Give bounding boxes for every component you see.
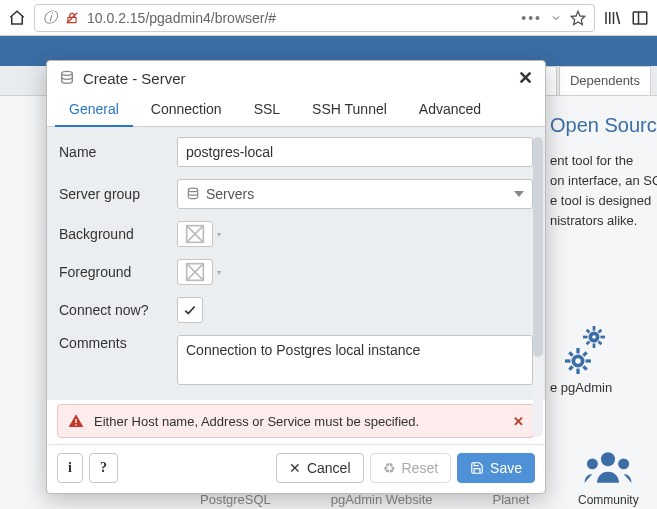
- recycle-icon: ♻: [383, 460, 396, 476]
- svg-point-31: [619, 458, 630, 469]
- label-comments: Comments: [59, 335, 167, 352]
- svg-point-30: [587, 458, 598, 469]
- svg-line-24: [569, 352, 572, 355]
- bg-link[interactable]: PostgreSQL: [200, 492, 271, 507]
- bg-heading: Open Source: [550, 114, 657, 137]
- reset-button[interactable]: ♻ Reset: [370, 453, 452, 483]
- name-input[interactable]: [177, 137, 533, 167]
- warning-icon: [68, 413, 84, 429]
- error-alert: Either Host name, Address or Service mus…: [57, 404, 535, 438]
- bg-para-line: nistrators alike.: [550, 211, 657, 231]
- dialog-body: Name Server group Servers: [47, 127, 545, 400]
- bookmark-star-icon[interactable]: [570, 10, 586, 26]
- alert-text: Either Host name, Address or Service mus…: [94, 414, 503, 429]
- bg-para-line: ent tool for the: [550, 151, 657, 171]
- svg-line-27: [583, 352, 586, 355]
- chevron-down-icon: ▾: [217, 268, 221, 277]
- bg-para-line: on interface, an SQ: [550, 171, 657, 191]
- tab-ssh-tunnel[interactable]: SSH Tunnel: [298, 93, 401, 126]
- server-group-value: Servers: [206, 186, 254, 202]
- svg-line-16: [587, 342, 590, 345]
- dialog-footer: i ? ✕ Cancel ♻ Reset Save: [47, 444, 545, 493]
- create-server-dialog: Create - Server ✕ General Connection SSL…: [46, 60, 546, 494]
- dialog-tabs: General Connection SSL SSH Tunnel Advanc…: [47, 93, 545, 127]
- tab-connection[interactable]: Connection: [137, 93, 236, 126]
- url-bar[interactable]: ⓘ 10.0.2.15/pgadmin4/browser/# •••: [34, 4, 595, 32]
- help-button[interactable]: ?: [89, 453, 118, 483]
- page-actions-icon[interactable]: •••: [521, 10, 542, 26]
- comments-textarea[interactable]: [177, 335, 533, 385]
- url-text: 10.0.2.15/pgadmin4/browser/#: [87, 10, 513, 26]
- svg-line-26: [569, 366, 572, 369]
- bg-tab-dependents[interactable]: Dependents: [559, 66, 651, 95]
- dialog-close-button[interactable]: ✕: [518, 69, 533, 87]
- dialog-title: Create - Server: [83, 70, 510, 87]
- dropdown-icon[interactable]: [550, 12, 562, 24]
- svg-point-32: [62, 71, 73, 75]
- bg-link[interactable]: pgAdmin Website: [331, 492, 433, 507]
- connect-now-checkbox[interactable]: [177, 297, 203, 323]
- svg-line-25: [583, 366, 586, 369]
- svg-point-33: [188, 188, 197, 192]
- label-foreground: Foreground: [59, 264, 167, 281]
- browser-extra-icons: [603, 9, 649, 27]
- insecure-icon: [65, 11, 79, 25]
- gear-cluster-icon: [557, 326, 605, 374]
- server-icon: [59, 70, 75, 86]
- tab-general[interactable]: General: [55, 93, 133, 127]
- community-icon: [583, 445, 633, 489]
- svg-line-14: [587, 330, 590, 333]
- home-icon[interactable]: [8, 9, 26, 27]
- svg-point-18: [592, 335, 596, 339]
- label-background: Background: [59, 226, 167, 243]
- info-button[interactable]: i: [57, 453, 83, 483]
- svg-point-29: [601, 452, 615, 466]
- svg-rect-7: [633, 12, 647, 24]
- sidebar-icon[interactable]: [631, 9, 649, 27]
- svg-point-28: [575, 358, 580, 363]
- label-name: Name: [59, 144, 167, 161]
- tab-advanced[interactable]: Advanced: [405, 93, 495, 126]
- library-icon[interactable]: [603, 9, 621, 27]
- svg-line-6: [617, 12, 620, 24]
- background-color-picker[interactable]: [177, 221, 213, 247]
- servers-group-icon: [186, 187, 200, 201]
- save-button[interactable]: Save: [457, 453, 535, 483]
- foreground-color-picker[interactable]: [177, 259, 213, 285]
- server-group-select[interactable]: Servers: [177, 179, 533, 209]
- bg-para-line: e tool is designed: [550, 191, 657, 211]
- svg-line-15: [599, 342, 602, 345]
- info-icon: ⓘ: [43, 9, 57, 27]
- svg-line-17: [599, 330, 602, 333]
- chevron-down-icon: [514, 191, 524, 197]
- tab-ssl[interactable]: SSL: [240, 93, 294, 126]
- browser-toolbar: ⓘ 10.0.2.15/pgadmin4/browser/# •••: [0, 0, 657, 36]
- svg-rect-40: [75, 419, 76, 423]
- chevron-down-icon: ▾: [217, 230, 221, 239]
- bg-link[interactable]: Planet: [492, 492, 529, 507]
- svg-rect-41: [75, 424, 76, 425]
- svg-marker-2: [571, 11, 584, 24]
- close-icon: ✕: [289, 460, 301, 476]
- save-icon: [470, 461, 484, 475]
- label-connect-now: Connect now?: [59, 302, 167, 319]
- bg-tile-label[interactable]: e pgAdmin: [550, 380, 612, 395]
- bg-tile-community[interactable]: Community: [578, 493, 639, 507]
- alert-close-button[interactable]: ✕: [513, 414, 524, 429]
- label-server-group: Server group: [59, 186, 167, 203]
- cancel-button[interactable]: ✕ Cancel: [276, 453, 364, 483]
